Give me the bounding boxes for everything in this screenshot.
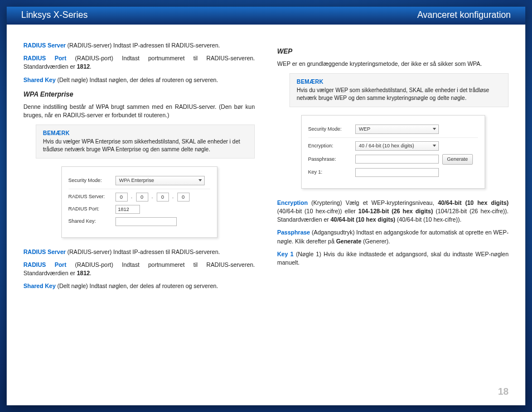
page-content: RADIUS Server (RADIUS-server) Indtast IP…: [7, 25, 525, 382]
term-encryption: Encryption: [277, 199, 308, 206]
header-right: Avanceret konfiguration: [417, 10, 511, 20]
note-body: Hvis du vælger WPA Enterprise som sikker…: [43, 138, 240, 152]
term-radius-server: RADIUS Server: [23, 248, 66, 255]
paragraph: RADIUS Port (RADIUS-port) Indtast portnu…: [23, 261, 255, 277]
paragraph: RADIUS Server (RADIUS-server) Indtast IP…: [23, 248, 255, 256]
term-radius-port: RADIUS Port: [23, 55, 66, 61]
document-page: Linksys X-Series Avanceret konfiguration…: [7, 7, 525, 405]
page-number: 18: [7, 382, 525, 405]
paragraph: RADIUS Server (RADIUS-server) Indtast IP…: [23, 41, 255, 50]
paragraph: Passphrase (Adgangsudtryk) Indtast en ad…: [277, 228, 509, 245]
label-radius-server: RADIUS Server:: [69, 193, 112, 200]
label-shared-key: Shared Key:: [69, 218, 112, 225]
page-header: Linksys X-Series Avanceret konfiguration: [7, 7, 525, 25]
paragraph: RADIUS Port (RADIUS-port) Indtast portnu…: [23, 54, 255, 71]
note-box: BEMÆRK Hvis du vælger WPA Enterprise som…: [36, 124, 255, 159]
label-security-mode: Security Mode:: [308, 126, 352, 133]
heading-wep: WEP: [277, 47, 509, 56]
wpa-enterprise-panel: Security Mode: WPA Enterprise RADIUS Ser…: [61, 166, 217, 238]
passphrase-input[interactable]: [355, 155, 439, 164]
chevron-down-icon: [433, 145, 436, 147]
label-encryption: Encryption:: [308, 142, 352, 150]
paragraph: Key 1 (Nøgle 1) Hvis du ikke indtastede …: [277, 250, 509, 267]
term-shared-key: Shared Key: [23, 282, 56, 289]
divider: [69, 189, 210, 189]
chevron-down-icon: [199, 179, 202, 181]
term-radius-port: RADIUS Port: [23, 261, 66, 268]
ip-octet-4[interactable]: 0: [177, 193, 190, 202]
security-mode-select[interactable]: WPA Enterprise: [115, 176, 205, 185]
note-box: BEMÆRK Hvis du vælger WEP som sikkerheds…: [289, 73, 509, 107]
paragraph: WEP er en grundlæggende krypteringsmetod…: [277, 60, 509, 68]
note-title: BEMÆRK: [297, 78, 501, 86]
wep-panel: Security Mode: WEP Encryption: 40 / 64-b…: [301, 115, 485, 189]
label-security-mode: Security Mode:: [69, 177, 112, 184]
label-passphrase: Passphrase:: [308, 156, 352, 163]
ip-octet-1[interactable]: 0: [115, 193, 128, 202]
encryption-select[interactable]: 40 / 64-bit (10 hex digits): [355, 141, 439, 151]
paragraph: Shared Key (Delt nøgle) Indtast nøglen, …: [23, 76, 255, 84]
term-key1: Key 1: [277, 251, 293, 257]
generate-button[interactable]: Generate: [442, 154, 473, 165]
paragraph: Encryption (Kryptering) Vælg et WEP-kryp…: [277, 199, 509, 224]
header-left: Linksys X-Series: [21, 10, 88, 20]
label-radius-port: RADIUS Port:: [69, 205, 112, 213]
note-body: Hvis du vælger WEP som sikkerhedstilstan…: [297, 87, 489, 101]
heading-wpa-enterprise: WPA Enterprise: [23, 90, 255, 99]
paragraph: Denne indstilling består af WPA brugt sa…: [23, 103, 255, 119]
left-column: RADIUS Server (RADIUS-server) Indtast IP…: [23, 41, 255, 382]
term-shared-key: Shared Key: [23, 76, 56, 83]
radius-port-input[interactable]: 1812: [115, 205, 140, 214]
paragraph: Shared Key (Delt nøgle) Indtast nøglen, …: [23, 282, 255, 290]
security-mode-select[interactable]: WEP: [355, 124, 439, 134]
ip-octet-3[interactable]: 0: [157, 193, 169, 202]
key1-input[interactable]: [355, 168, 439, 177]
shared-key-input[interactable]: [115, 217, 177, 226]
ip-octet-2[interactable]: 0: [136, 193, 148, 202]
term-radius-server: RADIUS Server: [23, 42, 66, 49]
chevron-down-icon: [433, 128, 436, 130]
note-title: BEMÆRK: [43, 130, 248, 137]
label-key1: Key 1:: [308, 169, 352, 176]
divider: [308, 137, 478, 138]
right-column: WEP WEP er en grundlæggende krypteringsm…: [277, 41, 509, 382]
term-passphrase: Passphrase: [277, 229, 310, 236]
